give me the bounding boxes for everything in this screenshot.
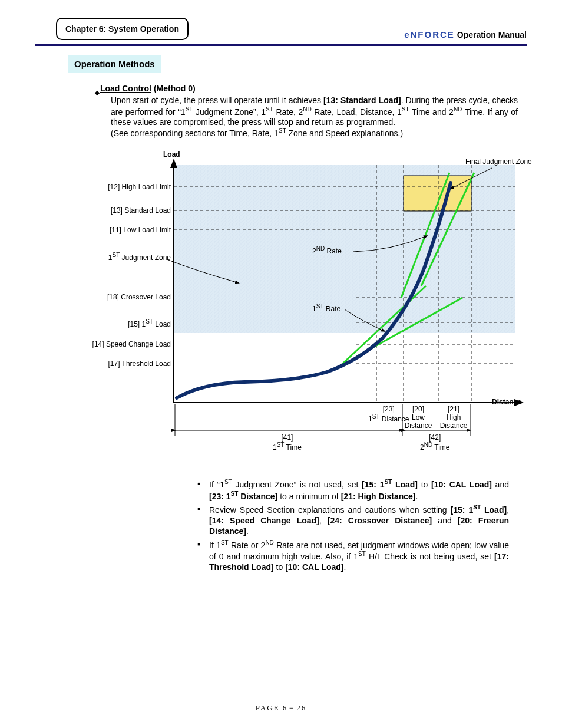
y-label-first_judgment: 1ST Judgment Zone [65, 252, 171, 262]
y-label-standard_load: [13] Standard Load [65, 206, 171, 215]
y-label-high_load: [12] High Load Limit [65, 183, 171, 191]
method-heading: Load Control (Method 0) [94, 84, 518, 93]
chapter-box: Chapter 6: System Operation [56, 18, 189, 40]
notes-list: If “1ST Judgment Zone” is not used, set … [174, 479, 509, 573]
x-axis-title: Distance [492, 398, 521, 406]
page-footer: PAGE 6－26 [0, 703, 562, 713]
section-title-box: Operation Methods [68, 55, 161, 73]
note-item-1: If “1ST Judgment Zone” is not used, set … [197, 479, 509, 502]
second-rate-label: 2ND Rate [312, 245, 342, 255]
method-title-underline: Load Control [100, 84, 151, 93]
y-label-speed_change: [14] Speed Change Load [65, 340, 171, 348]
note-item-3: If 1ST Rate or 2ND Rate are not used, se… [197, 539, 509, 573]
note-item-2: Review Speed Section explanations and ca… [197, 504, 509, 536]
x-label-42: [42]2ND Time [420, 433, 449, 452]
svg-rect-0 [95, 91, 100, 95]
x-label-41: [41]1ST Time [273, 433, 302, 452]
y-label-low_load: [11] Low Load Limit [65, 226, 171, 234]
header-divider [35, 44, 527, 46]
first-rate-label: 1ST Rate [312, 303, 340, 313]
brand-logo-text: eNFORCE [404, 29, 455, 39]
method-title-suffix: (Method 0) [151, 84, 196, 93]
y-axis-title: Load [163, 150, 180, 159]
y-label-first_load: [15] 1ST Load [65, 318, 171, 328]
load-distance-chart: Load Distance Final Judgment Zone [12] H… [62, 150, 545, 466]
y-label-threshold_load: [17] Threshold Load [65, 360, 171, 368]
x-label-21: [21]HighDistance [433, 405, 474, 430]
content-area: Load Control (Method 0) Upon start of cy… [94, 84, 518, 573]
page-header: Chapter 6: System Operation eNFORCE Oper… [35, 18, 527, 40]
y-label-crossover_load: [18] Crossover Load [65, 293, 171, 301]
page: Chapter 6: System Operation eNFORCE Oper… [0, 0, 562, 728]
doc-type: Operation Manual [457, 30, 527, 39]
final-zone-label: Final Judgment Zone [465, 157, 532, 166]
intro-paragraph: Upon start of cycle, the press will oper… [111, 95, 518, 139]
header-title-group: eNFORCE Operation Manual [404, 29, 527, 39]
